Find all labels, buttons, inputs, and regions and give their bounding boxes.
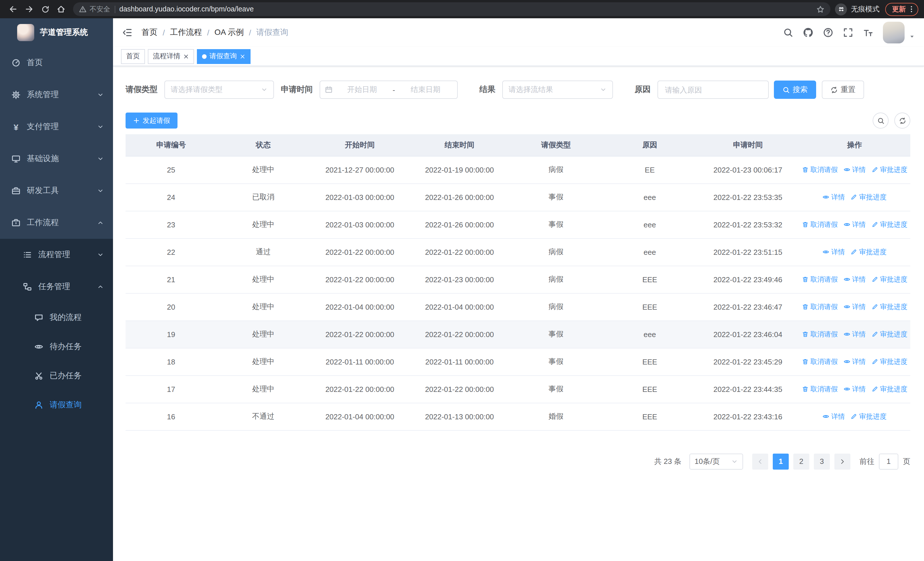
tab-label: 流程详情 <box>153 51 180 61</box>
cancel-leave-link[interactable]: 取消请假 <box>802 357 838 367</box>
cancel-leave-link[interactable]: 取消请假 <box>802 220 838 229</box>
cancel-leave-link[interactable]: 取消请假 <box>802 329 838 339</box>
leave-detail-link[interactable]: 详情 <box>843 384 866 394</box>
table-row: 25处理中 2021-12-27 00:00:002022-01-19 00:0… <box>126 156 910 183</box>
user-avatar[interactable] <box>883 22 904 44</box>
sidebar-toggle-icon[interactable] <box>122 27 132 38</box>
leave-detail-link[interactable]: 详情 <box>843 329 866 339</box>
avatar-caret-icon[interactable] <box>909 34 915 39</box>
search-icon <box>877 117 884 124</box>
sidebar-item-infrastructure[interactable]: 基础设施 <box>0 143 113 175</box>
leave-detail-link[interactable]: 详情 <box>843 302 866 311</box>
chevron-down-icon <box>731 458 738 465</box>
tab-home[interactable]: 首页 <box>121 49 145 64</box>
page-button-2[interactable]: 2 <box>793 453 809 469</box>
approval-progress-link[interactable]: 审批进度 <box>872 302 908 311</box>
sidebar-item-dev-tools[interactable]: 研发工具 <box>0 175 113 207</box>
page-size-select[interactable]: 10条/页 <box>689 453 743 469</box>
eye-icon <box>843 386 850 393</box>
search-button[interactable]: 搜索 <box>774 81 816 99</box>
col-leave-type: 请假类型 <box>509 134 603 156</box>
sidebar-item-task-management[interactable]: 任务管理 <box>0 271 113 303</box>
app-logo[interactable]: 芋道管理系统 <box>0 18 113 47</box>
chevron-down-icon <box>97 123 104 130</box>
help-icon[interactable] <box>823 27 833 38</box>
apply-time-range-picker[interactable]: 开始日期 - 结束日期 <box>320 81 458 99</box>
chevron-down-icon <box>97 92 104 98</box>
refresh-icon <box>830 86 838 93</box>
approval-progress-link[interactable]: 审批进度 <box>872 329 908 339</box>
leave-detail-link[interactable]: 详情 <box>823 412 845 421</box>
reason-input[interactable] <box>657 81 769 99</box>
next-page-button[interactable] <box>834 453 850 469</box>
sidebar-item-home[interactable]: 首页 <box>0 47 113 79</box>
leave-detail-link[interactable]: 详情 <box>843 165 866 174</box>
approval-progress-link[interactable]: 审批进度 <box>850 412 886 421</box>
chevron-up-icon <box>97 220 104 226</box>
breadcrumb-home[interactable]: 首页 <box>141 27 158 38</box>
sidebar-item-todo-tasks[interactable]: 待办任务 <box>0 332 113 361</box>
breadcrumb-separator: / <box>249 28 251 37</box>
approval-progress-link[interactable]: 审批进度 <box>872 220 908 229</box>
cancel-leave-link[interactable]: 取消请假 <box>802 384 838 394</box>
table-row: 24已取消 2022-01-03 00:00:002022-01-26 00:0… <box>126 183 910 211</box>
sidebar-item-leave-query[interactable]: 请假查询 <box>0 390 113 419</box>
chevron-down-icon <box>97 251 104 258</box>
refresh-table-button[interactable] <box>894 113 910 129</box>
header-search-icon[interactable] <box>783 27 793 38</box>
leave-type-select[interactable]: 请选择请假类型 <box>164 81 274 99</box>
goto-page-input[interactable] <box>879 453 898 469</box>
leave-detail-link[interactable]: 详情 <box>843 275 866 284</box>
prev-page-button[interactable] <box>752 453 768 469</box>
approval-progress-link[interactable]: 审批进度 <box>872 275 908 284</box>
approval-progress-link[interactable]: 审批进度 <box>872 384 908 394</box>
browser-menu-icon[interactable] <box>908 5 915 13</box>
approval-progress-link[interactable]: 审批进度 <box>872 165 908 174</box>
sidebar-item-label: 我的流程 <box>50 312 82 322</box>
right-toolbar <box>873 113 910 129</box>
browser-forward-button[interactable] <box>22 2 36 17</box>
sidebar-item-my-processes[interactable]: 我的流程 <box>0 303 113 332</box>
page-button-1[interactable]: 1 <box>773 453 789 469</box>
github-icon[interactable] <box>803 27 813 38</box>
address-bar[interactable]: 不安全 dashboard.yudao.iocoder.cn/bpm/oa/le… <box>73 2 830 16</box>
col-apply-time: 申请时间 <box>697 134 799 156</box>
toggle-search-button[interactable] <box>873 113 889 129</box>
close-icon[interactable] <box>240 53 245 59</box>
table-row: 22通过 2022-01-22 00:00:002022-01-22 00:00… <box>126 238 910 266</box>
close-icon[interactable] <box>183 53 189 59</box>
font-size-icon[interactable] <box>863 27 873 38</box>
approval-progress-link[interactable]: 审批进度 <box>872 357 908 367</box>
leave-detail-link[interactable]: 详情 <box>823 247 845 257</box>
browser-update-button[interactable]: 更新 <box>885 3 918 16</box>
result-select[interactable]: 请选择流结果 <box>502 81 613 99</box>
leave-detail-link[interactable]: 详情 <box>843 357 866 367</box>
sidebar-item-payment-management[interactable]: ¥ 支付管理 <box>0 111 113 143</box>
cancel-leave-link[interactable]: 取消请假 <box>802 302 838 311</box>
browser-home-button[interactable] <box>54 2 69 17</box>
approval-progress-link[interactable]: 审批进度 <box>850 247 886 257</box>
leave-detail-link[interactable]: 详情 <box>823 192 845 202</box>
sidebar-item-system-management[interactable]: 系统管理 <box>0 79 113 111</box>
create-leave-button[interactable]: 发起请假 <box>126 113 177 129</box>
browser-reload-button[interactable] <box>38 2 52 17</box>
security-warning-icon <box>79 5 87 13</box>
page-button-3[interactable]: 3 <box>814 453 830 469</box>
approval-progress-link[interactable]: 审批进度 <box>850 192 886 202</box>
fullscreen-icon[interactable] <box>843 27 853 38</box>
bookmark-star-icon[interactable] <box>816 5 825 14</box>
cancel-leave-link[interactable]: 取消请假 <box>802 165 838 174</box>
eye-icon <box>843 166 850 173</box>
reset-button[interactable]: 重置 <box>822 81 864 99</box>
sidebar-item-done-tasks[interactable]: 已办任务 <box>0 361 113 390</box>
sidebar-item-workflow[interactable]: 工作流程 <box>0 207 113 239</box>
browser-back-button[interactable] <box>6 2 21 17</box>
leave-detail-link[interactable]: 详情 <box>843 220 866 229</box>
cancel-leave-link[interactable]: 取消请假 <box>802 275 838 284</box>
tab-leave-query[interactable]: 请假查询 <box>197 49 250 64</box>
breadcrumb-workflow[interactable]: 工作流程 <box>170 27 202 38</box>
tab-process-detail[interactable]: 流程详情 <box>148 49 194 64</box>
range-separator: - <box>392 86 396 94</box>
breadcrumb-oa-example[interactable]: OA 示例 <box>214 27 244 38</box>
sidebar-item-process-management[interactable]: 流程管理 <box>0 239 113 271</box>
